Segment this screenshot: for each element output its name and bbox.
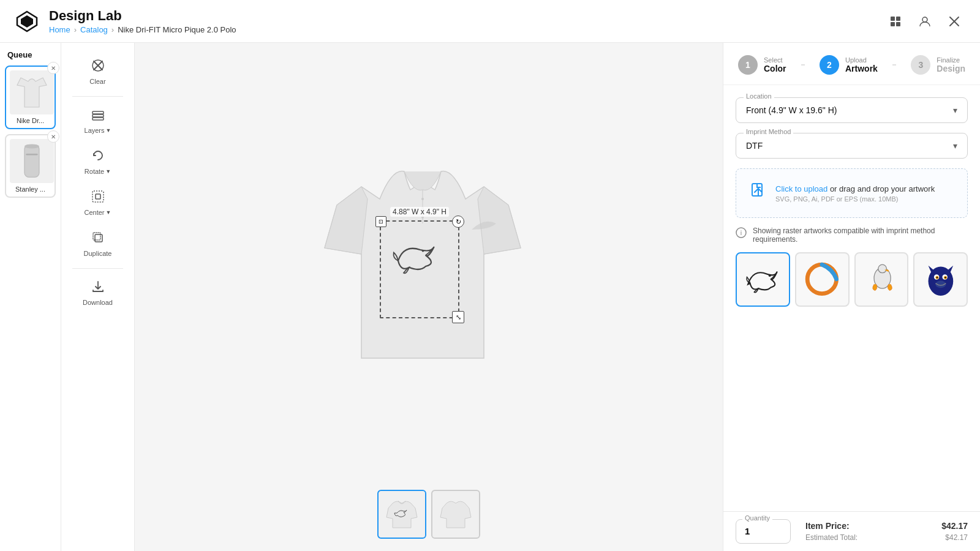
breadcrumb-home[interactable]: Home bbox=[49, 25, 70, 34]
clear-button[interactable]: Clear bbox=[66, 53, 129, 91]
upload-area[interactable]: Click to upload or drag and drop your ar… bbox=[736, 168, 968, 218]
upload-link[interactable]: Click to upload bbox=[775, 184, 827, 193]
design-art bbox=[381, 222, 458, 291]
duplicate-icon bbox=[91, 231, 105, 247]
step-3[interactable]: 3 Finalize Design bbox=[911, 55, 965, 75]
quantity-input[interactable] bbox=[745, 526, 782, 536]
toolbar-divider-2 bbox=[72, 268, 123, 269]
artwork-item-1[interactable] bbox=[736, 252, 790, 307]
info-icon: i bbox=[736, 227, 747, 241]
upload-text-block: Click to upload or drag and drop your ar… bbox=[775, 184, 935, 203]
queue-item-2-inner[interactable]: Stanley ... bbox=[5, 134, 56, 198]
queue-item-2-image bbox=[10, 139, 54, 183]
svg-rect-2 bbox=[891, 17, 895, 21]
svg-point-6 bbox=[922, 17, 927, 22]
location-value: Front (4.9" W x 19.6" H) ▾ bbox=[746, 105, 957, 115]
rotate-button[interactable]: Rotate ▼ bbox=[66, 143, 129, 181]
panel-body: Location Front (4.9" W x 19.6" H) ▾ Impr… bbox=[723, 85, 980, 511]
info-text: Showing raster artworks compatible with … bbox=[753, 227, 968, 244]
step-connector-2 bbox=[892, 64, 896, 66]
price-block: Item Price: $42.17 Estimated Total: $42.… bbox=[805, 521, 968, 542]
svg-point-10 bbox=[24, 144, 39, 148]
duplicate-button[interactable]: Duplicate bbox=[66, 225, 129, 263]
center-label: Center ▼ bbox=[85, 209, 111, 216]
stepper: 1 Select Color 2 Upload Artwork bbox=[723, 43, 980, 85]
handle-resize[interactable]: ⤡ bbox=[452, 311, 464, 323]
clear-label: Clear bbox=[89, 78, 105, 85]
queue-item-1[interactable]: ✕ Nike Dr... bbox=[5, 66, 56, 129]
estimated-value: $42.17 bbox=[945, 533, 968, 542]
imprint-method-field[interactable]: Imprint Method DTF ▾ bbox=[736, 133, 968, 159]
header-title-block: Design Lab Home › Catalog › Nike Dri-FIT… bbox=[49, 8, 884, 34]
svg-rect-15 bbox=[92, 118, 104, 120]
svg-point-21 bbox=[421, 198, 424, 200]
step-1-circle: 1 bbox=[738, 55, 758, 75]
tshirt-canvas: 4.88" W x 4.9" H ⊡ ↻ ⤡ bbox=[318, 150, 539, 395]
artwork-item-4[interactable] bbox=[913, 252, 968, 307]
svg-rect-11 bbox=[26, 154, 37, 155]
right-panel: 1 Select Color 2 Upload Artwork bbox=[723, 43, 980, 551]
queue-item-1-inner[interactable]: Nike Dr... bbox=[5, 66, 56, 129]
svg-point-39 bbox=[944, 277, 946, 279]
breadcrumb-catalog[interactable]: Catalog bbox=[80, 25, 108, 34]
svg-rect-4 bbox=[891, 22, 895, 26]
queue-label: Queue bbox=[5, 50, 56, 59]
estimated-row: Estimated Total: $42.17 bbox=[805, 533, 968, 542]
download-label: Download bbox=[83, 299, 113, 306]
center-icon bbox=[91, 190, 105, 206]
location-field[interactable]: Location Front (4.9" W x 19.6" H) ▾ bbox=[736, 97, 968, 123]
item-price-label: Item Price: bbox=[805, 521, 850, 531]
svg-rect-14 bbox=[92, 114, 104, 117]
step-2-circle: 2 bbox=[820, 55, 839, 75]
svg-point-32 bbox=[878, 265, 887, 274]
download-button[interactable]: Download bbox=[66, 274, 129, 312]
svg-rect-19 bbox=[93, 233, 100, 240]
artwork-item-3[interactable] bbox=[854, 252, 909, 307]
queue-item-1-label: Nike Dr... bbox=[10, 117, 51, 124]
step-connector-1 bbox=[801, 64, 805, 66]
item-price-value: $42.17 bbox=[941, 521, 968, 531]
imprint-dropdown-icon[interactable]: ▾ bbox=[953, 141, 957, 151]
duplicate-label: Duplicate bbox=[84, 250, 112, 257]
design-dimension-label: 4.88" W x 4.9" H bbox=[390, 207, 449, 217]
step-3-circle: 3 bbox=[911, 55, 930, 75]
delete-queue-item-1[interactable]: ✕ bbox=[47, 62, 59, 74]
thumbnail-back[interactable] bbox=[431, 490, 480, 539]
thumbnail-strip bbox=[377, 490, 480, 539]
delete-queue-item-2[interactable]: ✕ bbox=[47, 130, 59, 143]
svg-rect-5 bbox=[896, 22, 900, 26]
upload-file-icon bbox=[748, 181, 768, 205]
layers-label: Layers ▼ bbox=[85, 127, 111, 134]
quantity-field[interactable]: Quantity bbox=[736, 519, 791, 544]
svg-point-24 bbox=[422, 250, 424, 252]
logo[interactable] bbox=[15, 9, 39, 34]
svg-point-29 bbox=[769, 274, 771, 277]
step-1-text: Select Color bbox=[764, 56, 786, 73]
quantity-label: Quantity bbox=[742, 514, 772, 522]
center-button[interactable]: Center ▼ bbox=[66, 184, 129, 222]
location-dropdown-icon[interactable]: ▾ bbox=[953, 105, 957, 115]
main-layout: Queue ✕ Nike Dr... ✕ bbox=[0, 43, 980, 551]
panel-bottom: Quantity Item Price: $42.17 Estimated To… bbox=[723, 511, 980, 551]
thumbnail-front[interactable] bbox=[377, 490, 426, 539]
grid-view-button[interactable] bbox=[884, 10, 907, 32]
artwork-grid bbox=[736, 252, 968, 307]
app-title: Design Lab bbox=[49, 8, 884, 24]
queue-item-2[interactable]: ✕ Stanley ... bbox=[5, 134, 56, 198]
step-1[interactable]: 1 Select Color bbox=[738, 55, 786, 75]
rotate-icon bbox=[91, 149, 105, 165]
item-price-row: Item Price: $42.17 bbox=[805, 521, 968, 531]
profile-button[interactable] bbox=[914, 10, 936, 32]
imprint-label: Imprint Method bbox=[744, 128, 793, 135]
artwork-item-2[interactable] bbox=[795, 252, 850, 307]
queue-item-1-image bbox=[10, 70, 54, 114]
layers-button[interactable]: Layers ▼ bbox=[66, 102, 129, 140]
step-2[interactable]: 2 Upload Artwork bbox=[820, 55, 878, 75]
svg-rect-13 bbox=[92, 111, 104, 114]
layers-icon bbox=[91, 108, 105, 124]
header-actions bbox=[884, 10, 965, 32]
svg-rect-16 bbox=[92, 191, 104, 202]
svg-rect-18 bbox=[95, 234, 102, 242]
close-button[interactable] bbox=[943, 10, 965, 32]
design-overlay: 4.88" W x 4.9" H ⊡ ↻ ⤡ bbox=[380, 220, 459, 318]
